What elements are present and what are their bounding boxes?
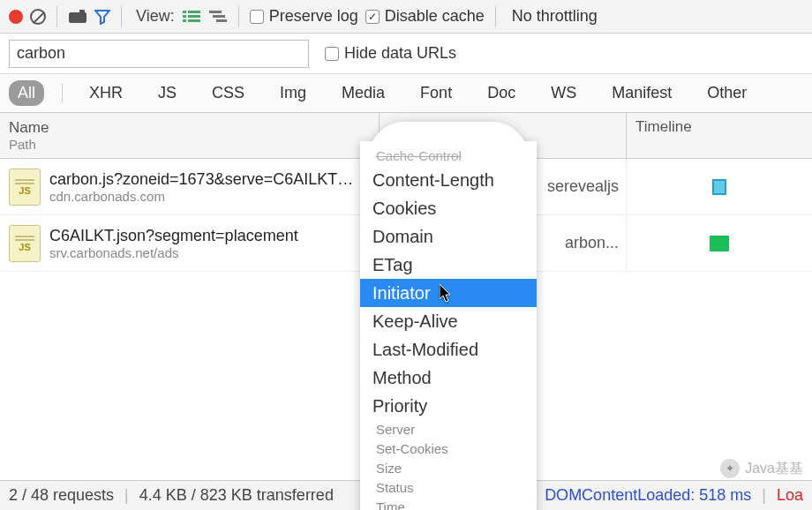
- row-mid-text: serevealjs: [547, 177, 619, 196]
- js-file-icon: JS: [9, 225, 41, 262]
- watermark-text: Java基基: [745, 460, 803, 478]
- checkbox-icon: [365, 10, 380, 24]
- hide-data-urls-label: Hide data URLs: [344, 44, 456, 63]
- checkbox-icon: [325, 47, 339, 61]
- menu-item[interactable]: Status: [360, 478, 537, 498]
- type-doc[interactable]: Doc: [478, 80, 524, 106]
- separator: [121, 6, 122, 27]
- type-all[interactable]: All: [9, 80, 44, 106]
- menu-item[interactable]: Size: [360, 459, 537, 478]
- preserve-log-checkbox[interactable]: Preserve log: [250, 7, 358, 26]
- svg-rect-4: [183, 15, 186, 18]
- separator: [495, 6, 496, 27]
- menu-item[interactable]: Keep-Alive: [360, 307, 537, 335]
- js-file-icon: JS: [9, 169, 41, 206]
- request-path: srv.carbonads.net/ads: [49, 245, 298, 260]
- menu-item[interactable]: Set-Cookies: [360, 439, 537, 459]
- header-context-menu[interactable]: Cache-Control Content-Length Cookies Dom…: [360, 141, 537, 510]
- svg-rect-8: [209, 11, 222, 13]
- menu-item[interactable]: ETag: [360, 251, 537, 279]
- type-manifest[interactable]: Manifest: [603, 80, 680, 106]
- checkbox-icon: [250, 10, 264, 24]
- status-domcontentloaded: DOMContentLoaded: 518 ms: [545, 486, 751, 505]
- menu-item[interactable]: Time: [360, 498, 537, 510]
- request-name: carbon.js?zoneid=1673&serve=C6AILKT…: [49, 170, 353, 189]
- type-other[interactable]: Other: [698, 80, 756, 106]
- menu-item[interactable]: Domain: [360, 222, 537, 251]
- row-mid-text: arbon...: [565, 234, 619, 252]
- filter-row: Hide data URLs: [0, 34, 812, 74]
- svg-rect-2: [183, 11, 186, 13]
- column-path-label: Path: [9, 137, 370, 152]
- clear-icon[interactable]: [30, 9, 46, 25]
- request-path: cdn.carbonads.com: [49, 189, 353, 204]
- menu-item[interactable]: Cookies: [360, 194, 537, 222]
- column-name-label: Name: [9, 119, 370, 137]
- separator: [62, 84, 63, 103]
- menu-item[interactable]: Method: [360, 364, 537, 392]
- wechat-icon: ✦: [720, 459, 740, 478]
- menu-item[interactable]: Last-Modified: [360, 335, 537, 364]
- menu-item[interactable]: Cache-Control: [360, 146, 537, 166]
- timeline-bar: [710, 236, 729, 251]
- preserve-log-label: Preserve log: [269, 7, 358, 26]
- type-js[interactable]: JS: [149, 80, 185, 106]
- hide-data-urls-checkbox[interactable]: Hide data URLs: [325, 44, 456, 63]
- filter-input[interactable]: [9, 40, 309, 68]
- type-xhr[interactable]: XHR: [80, 80, 132, 106]
- svg-rect-10: [216, 19, 227, 22]
- filter-icon[interactable]: [94, 9, 110, 25]
- view-waterfall-icon[interactable]: [208, 9, 228, 25]
- svg-rect-6: [183, 19, 186, 22]
- record-icon[interactable]: [9, 10, 23, 24]
- menu-item[interactable]: Content-Length: [360, 166, 537, 194]
- column-timeline-label: Timeline: [635, 118, 692, 135]
- cursor-icon: [440, 284, 454, 308]
- menu-item[interactable]: Priority: [360, 392, 537, 420]
- resource-type-filter: All XHR JS CSS Img Media Font Doc WS Man…: [0, 74, 812, 113]
- separator: [56, 6, 57, 27]
- svg-rect-5: [188, 15, 200, 18]
- throttling-select[interactable]: No throttling: [512, 7, 598, 26]
- svg-rect-7: [188, 19, 200, 22]
- type-media[interactable]: Media: [333, 80, 394, 106]
- type-ws[interactable]: WS: [542, 80, 585, 106]
- status-requests: 2 / 48 requests: [9, 486, 114, 505]
- watermark: ✦ Java基基: [720, 459, 803, 478]
- network-toolbar: View: Preserve log Disable cache No thro…: [0, 0, 812, 34]
- disable-cache-label: Disable cache: [385, 7, 485, 26]
- status-transferred: 4.4 KB / 823 KB transferred: [139, 486, 334, 505]
- type-font[interactable]: Font: [411, 80, 461, 106]
- svg-rect-3: [188, 11, 200, 13]
- view-list-icon[interactable]: [182, 9, 201, 25]
- screenshot-icon[interactable]: [68, 10, 87, 24]
- type-css[interactable]: CSS: [203, 80, 253, 106]
- disable-cache-checkbox[interactable]: Disable cache: [365, 7, 485, 26]
- view-label: View:: [136, 7, 175, 26]
- svg-rect-9: [213, 15, 225, 18]
- request-name: C6AILKT.json?segment=placement: [49, 227, 298, 245]
- timeline-bar: [712, 179, 726, 195]
- svg-rect-1: [79, 10, 85, 14]
- column-header-name[interactable]: Name Path: [0, 113, 380, 158]
- status-load: Loa: [777, 486, 803, 505]
- menu-item[interactable]: Server: [360, 420, 537, 439]
- separator: [238, 6, 239, 27]
- type-img[interactable]: Img: [271, 80, 315, 106]
- column-header-timeline[interactable]: Timeline: [627, 113, 812, 158]
